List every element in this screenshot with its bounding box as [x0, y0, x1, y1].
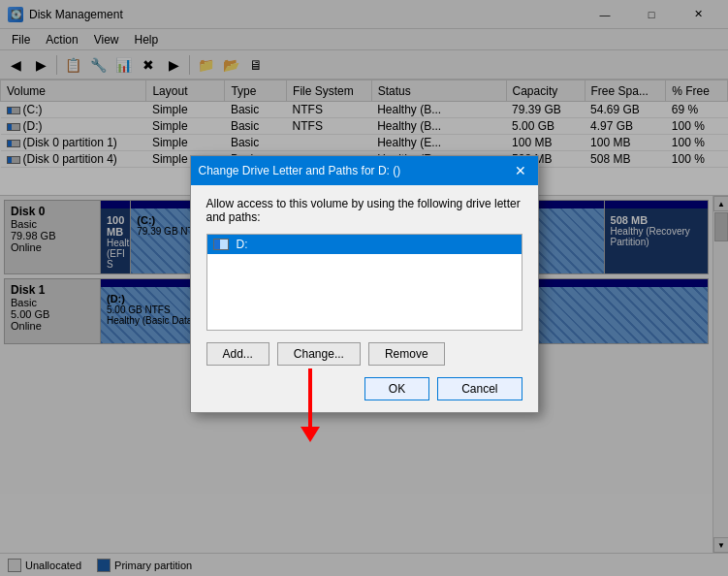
- modal-listbox[interactable]: D:: [206, 234, 522, 331]
- modal-body: Allow access to this volume by using the…: [191, 185, 538, 412]
- modal-description: Allow access to this volume by using the…: [206, 197, 522, 224]
- drive-icon: [213, 239, 229, 250]
- modal-action-buttons: Add... Change... Remove: [206, 342, 522, 366]
- remove-button[interactable]: Remove: [368, 342, 445, 366]
- modal-title-bar: Change Drive Letter and Paths for D: () …: [191, 156, 538, 185]
- modal-title: Change Drive Letter and Paths for D: (): [199, 164, 401, 177]
- add-button[interactable]: Add...: [206, 342, 269, 366]
- listbox-item-d[interactable]: D:: [207, 235, 522, 254]
- drive-label: D:: [237, 238, 248, 251]
- change-button[interactable]: Change...: [277, 342, 361, 366]
- cancel-button[interactable]: Cancel: [437, 377, 522, 400]
- modal-ok-cancel: OK Cancel: [206, 377, 522, 400]
- modal-overlay: Change Drive Letter and Paths for D: () …: [0, 0, 728, 576]
- modal-close-button[interactable]: ✕: [511, 161, 530, 180]
- ok-button[interactable]: OK: [364, 377, 429, 400]
- change-drive-letter-modal: Change Drive Letter and Paths for D: () …: [190, 155, 539, 413]
